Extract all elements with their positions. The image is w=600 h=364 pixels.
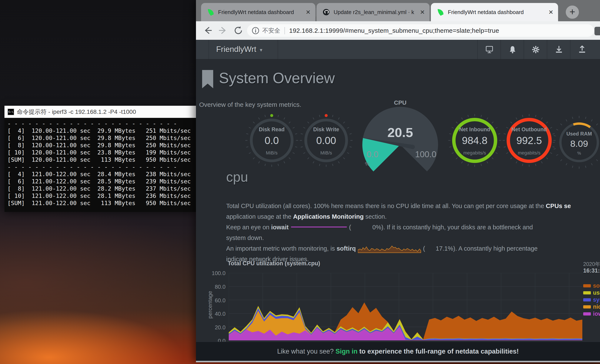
- gauge-max: 100.0: [409, 149, 443, 159]
- back-icon[interactable]: [203, 26, 213, 35]
- tab-close-icon[interactable]: ✕: [306, 9, 311, 16]
- terminal-titlebar[interactable]: C:\ 命令提示符 - iperf3 -c 192.168.1.2 -P4 -t…: [4, 106, 196, 118]
- info-icon[interactable]: [252, 27, 259, 35]
- gauge-unit: MiB/s: [244, 150, 299, 156]
- url-text[interactable]: 192.168.2.1:19999/#menu_system_submenu_c…: [289, 27, 499, 34]
- softirq-sparkline: [358, 244, 422, 253]
- iowait-sparkline: [291, 227, 347, 227]
- gauge-value: 992.5: [501, 135, 557, 146]
- gauge-disk-read[interactable]: Disk Read 0.0 MiB/s: [244, 113, 299, 168]
- tab-title: FriendlyWrt netdata dashboard: [218, 9, 294, 16]
- legend-label: nice: [593, 304, 600, 310]
- new-tab-button[interactable]: +: [566, 6, 579, 19]
- browser-toolbar: 不安全 192.168.2.1:19999/#menu_system_subme…: [196, 21, 600, 40]
- import-snapshot-button[interactable]: [547, 40, 571, 59]
- legend-label: system: [593, 297, 600, 303]
- legend-swatch: [583, 305, 591, 308]
- chart-time: 16:31:2: [583, 267, 600, 274]
- terminal-window[interactable]: C:\ 命令提示符 - iperf3 -c 192.168.1.2 -P4 -t…: [4, 106, 196, 210]
- gauge-unit: MiB/s: [299, 150, 354, 156]
- chart-legend[interactable]: softirqusersystemniceiowait: [583, 282, 600, 317]
- tab-github[interactable]: Update r2s_lean_minimal.yml · k ✕: [317, 3, 430, 21]
- gauge-cpu[interactable]: CPU 20.5 0.0 100.0 %: [358, 99, 443, 184]
- download-icon: [554, 45, 564, 54]
- terminal-output[interactable]: - - - - - - - - - - - - - - - - - - - - …: [4, 118, 196, 212]
- url-bar[interactable]: 不安全 192.168.2.1:19999/#menu_system_subme…: [247, 24, 594, 37]
- gauge-disk-write[interactable]: Disk Write 0.00 MiB/s: [299, 113, 354, 168]
- cpu-utilization-chart[interactable]: [229, 273, 582, 340]
- cpu-section-heading: cpu: [226, 169, 248, 185]
- gauge-net-outbound[interactable]: Net Outbound 992.5 megabits/s: [501, 113, 557, 168]
- legend-item[interactable]: system: [583, 296, 600, 303]
- legend-label: iowait: [593, 311, 600, 317]
- host-dropdown[interactable]: FriendlyWrt: [216, 45, 256, 54]
- gauge-label: Net Inbound: [447, 126, 502, 132]
- tab-friendlywrt-2-active[interactable]: FriendlyWrt netdata dashboard ✕: [431, 3, 558, 21]
- legend-item[interactable]: user: [583, 289, 600, 296]
- security-label[interactable]: 不安全: [262, 27, 280, 35]
- tab-title: FriendlyWrt netdata dashboard: [448, 9, 524, 16]
- cmd-icon: C:\: [8, 109, 14, 115]
- legend-item[interactable]: iowait: [583, 310, 600, 317]
- chart-title: Total CPU utilization (system.cpu): [228, 260, 320, 267]
- monitor-icon: [485, 45, 494, 54]
- signin-banner: Like what you see? Sign in to experience…: [196, 342, 600, 361]
- gauge-value: 0.0: [244, 135, 299, 146]
- legend-swatch: [583, 312, 591, 316]
- applications-monitoring-link[interactable]: Applications Monitoring: [293, 213, 364, 220]
- forward-icon[interactable]: [218, 26, 228, 35]
- tab-title: Update r2s_lean_minimal.yml · k: [334, 9, 414, 16]
- gauge-used-ram[interactable]: Used RAM 8.09 %: [552, 115, 600, 170]
- url-separator: [284, 27, 285, 34]
- print-dashboard-button[interactable]: [477, 40, 501, 59]
- gauge-label: Used RAM: [552, 131, 600, 137]
- ram-arc: [573, 124, 590, 127]
- legend-item[interactable]: nice: [583, 303, 600, 310]
- gauge-unit: megabits/s: [501, 150, 557, 156]
- desktop-background: { "terminal": { "icon_label": "C:\\", "t…: [0, 0, 600, 364]
- browser-window: FriendlyWrt netdata dashboard ✕ Update r…: [196, 0, 600, 362]
- github-logo-icon: [323, 9, 330, 16]
- terminal-title: 命令提示符 - iperf3 -c 192.168.1.2 -P4 -t1000: [17, 108, 136, 116]
- cpu-description: Total CPU utilization (all cores). 100% …: [226, 201, 600, 264]
- netdata-page: FriendlyWrt ▾: [196, 40, 600, 361]
- tab-friendlywrt-1[interactable]: FriendlyWrt netdata dashboard ✕: [201, 3, 315, 21]
- legend-swatch: [583, 298, 591, 301]
- gauge-label: Disk Write: [299, 126, 354, 132]
- alarms-button[interactable]: [500, 40, 524, 59]
- netdata-logo-icon: [207, 9, 214, 16]
- window-bottom-edge: [196, 361, 600, 362]
- bookmark-icon: [202, 70, 214, 89]
- gauge-label: Net Outbound: [501, 126, 557, 132]
- legend-swatch: [583, 291, 591, 294]
- gauge-net-inbound[interactable]: Net Inbound 984.8 megabits/s: [447, 113, 502, 168]
- legend-item[interactable]: softirq: [583, 282, 600, 289]
- settings-button[interactable]: [524, 40, 547, 59]
- tab-close-icon[interactable]: ✕: [549, 9, 553, 16]
- legend-label: user: [593, 289, 600, 296]
- upload-icon: [577, 45, 587, 54]
- gauge-value: 984.8: [447, 135, 502, 146]
- gauge-dot: [270, 114, 273, 117]
- gauge-unit: %: [552, 151, 600, 156]
- netdata-header: FriendlyWrt ▾: [196, 40, 600, 59]
- tab-close-icon[interactable]: ✕: [420, 9, 425, 16]
- export-snapshot-button[interactable]: [570, 40, 594, 59]
- bell-icon: [508, 45, 517, 54]
- extension-icon[interactable]: [594, 27, 600, 35]
- gear-icon: [531, 45, 541, 55]
- legend-label: softirq: [593, 282, 600, 289]
- gauge-unit: megabits/s: [447, 150, 502, 156]
- gauge-label: Disk Read: [244, 126, 299, 132]
- chevron-down-icon[interactable]: ▾: [260, 47, 262, 53]
- netdata-logo-icon: [437, 9, 444, 16]
- gauge-dot: [325, 114, 328, 117]
- page-title: System Overview: [219, 70, 335, 87]
- legend-swatch: [583, 284, 591, 287]
- page-subtitle: Overview of the key system metrics.: [199, 101, 301, 108]
- cpus-link[interactable]: CPUs se: [546, 203, 571, 209]
- sign-in-link[interactable]: Sign in: [336, 348, 357, 355]
- reload-icon[interactable]: [234, 26, 243, 35]
- gauge-value: 20.5: [358, 125, 443, 140]
- tab-separator: [316, 8, 316, 17]
